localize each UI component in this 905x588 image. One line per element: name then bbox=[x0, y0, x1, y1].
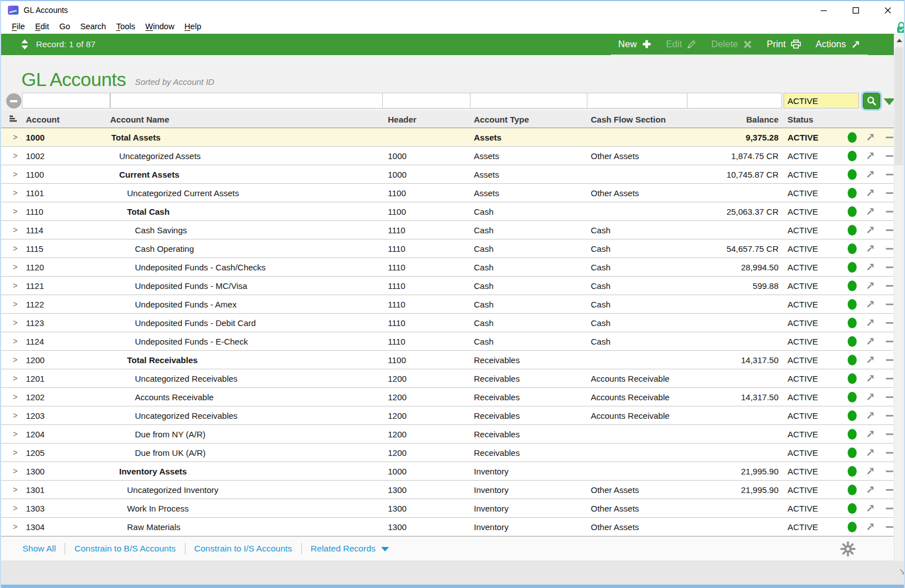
open-record-arrow-icon[interactable] bbox=[866, 467, 875, 476]
resize-grip-icon[interactable]: ↘ bbox=[899, 566, 905, 577]
menu-item-window[interactable]: Window bbox=[141, 22, 180, 31]
row-chevron-icon[interactable]: > bbox=[13, 467, 17, 476]
scroll-up-arrow-icon[interactable] bbox=[897, 39, 902, 42]
row-chevron-icon[interactable]: > bbox=[13, 281, 17, 290]
row-chevron-icon[interactable]: > bbox=[13, 411, 17, 420]
table-row[interactable]: > 1303 Work In Process 1300 Inventory Ot… bbox=[1, 499, 896, 518]
row-chevron-icon[interactable]: > bbox=[13, 263, 17, 272]
open-record-arrow-icon[interactable] bbox=[866, 448, 875, 457]
related-records-dropdown[interactable]: Related Records bbox=[311, 544, 389, 554]
menu-item-help[interactable]: Help bbox=[179, 22, 206, 31]
menu-item-file[interactable]: File bbox=[7, 22, 30, 31]
table-row[interactable]: > 1000 Total Assets Assets 9,375.28 ACTI… bbox=[1, 128, 896, 147]
menu-item-edit[interactable]: Edit bbox=[30, 22, 54, 31]
open-record-arrow-icon[interactable] bbox=[866, 300, 875, 309]
menu-item-tools[interactable]: Tools bbox=[111, 22, 141, 31]
table-row[interactable]: > 1205 Due from UK (A/R) 1200 Receivable… bbox=[1, 444, 896, 462]
column-header-account-type[interactable]: Account Type bbox=[472, 115, 589, 124]
table-row[interactable]: > 1100 Current Assets 1000 Assets 10,745… bbox=[1, 165, 896, 184]
table-row[interactable]: > 1124 Undeposited Funds - E-Check 1110 … bbox=[1, 332, 896, 351]
table-row[interactable]: > 1202 Accounts Receivable 1200 Receivab… bbox=[1, 388, 896, 406]
table-row[interactable]: > 1101 Uncategorized Current Assets 1100… bbox=[1, 184, 896, 202]
open-record-arrow-icon[interactable] bbox=[866, 244, 875, 253]
open-record-arrow-icon[interactable] bbox=[866, 504, 875, 513]
maximize-button[interactable] bbox=[840, 1, 872, 19]
open-record-arrow-icon[interactable] bbox=[866, 392, 875, 401]
column-header-cash-flow-section[interactable]: Cash Flow Section bbox=[589, 115, 673, 124]
filter-header-input[interactable] bbox=[382, 93, 470, 108]
row-chevron-icon[interactable]: > bbox=[13, 337, 17, 346]
table-row[interactable]: > 1203 Uncategorized Receivables 1200 Re… bbox=[1, 406, 896, 425]
menu-item-search[interactable]: Search bbox=[75, 22, 111, 31]
sort-icon[interactable] bbox=[9, 115, 18, 124]
vertical-scrollbar[interactable] bbox=[894, 34, 904, 561]
actions-button[interactable]: Actions bbox=[808, 34, 868, 55]
row-chevron-icon[interactable]: > bbox=[13, 522, 17, 531]
new-button[interactable]: New bbox=[611, 34, 659, 55]
open-record-arrow-icon[interactable] bbox=[866, 318, 875, 327]
row-chevron-icon[interactable]: > bbox=[13, 448, 17, 457]
table-row[interactable]: > 1123 Undeposited Funds - Debit Card 11… bbox=[1, 314, 896, 332]
table-row[interactable]: > 1121 Undeposited Funds - MC/Visa 1110 … bbox=[1, 277, 896, 295]
filter-account-input[interactable] bbox=[22, 93, 110, 108]
open-record-arrow-icon[interactable] bbox=[866, 337, 875, 346]
row-chevron-icon[interactable]: > bbox=[13, 318, 17, 327]
row-chevron-icon[interactable]: > bbox=[13, 504, 17, 513]
open-record-arrow-icon[interactable] bbox=[866, 429, 875, 438]
table-row[interactable]: > 1120 Undeposited Funds - Cash/Checks 1… bbox=[1, 258, 896, 277]
column-header-account-name[interactable]: Account Name bbox=[110, 115, 388, 124]
open-record-arrow-icon[interactable] bbox=[866, 485, 875, 494]
minimize-button[interactable] bbox=[808, 1, 840, 19]
table-row[interactable]: > 1201 Uncategorized Receivables 1200 Re… bbox=[1, 369, 896, 388]
row-chevron-icon[interactable]: > bbox=[13, 485, 17, 494]
row-chevron-icon[interactable]: > bbox=[13, 244, 17, 253]
row-chevron-icon[interactable]: > bbox=[13, 374, 17, 383]
table-row[interactable]: > 1114 Cash Savings 1110 Cash Cash ACTIV… bbox=[1, 221, 896, 239]
footer-link-constrain-to-b-s-accounts[interactable]: Constrain to B/S Accounts bbox=[74, 544, 175, 554]
open-record-arrow-icon[interactable] bbox=[866, 170, 875, 179]
filter-cash-flow-section-input[interactable] bbox=[587, 93, 687, 108]
table-row[interactable]: > 1115 Cash Operating 1110 Cash Cash 54,… bbox=[1, 239, 896, 258]
open-record-arrow-icon[interactable] bbox=[866, 188, 875, 197]
row-chevron-icon[interactable]: > bbox=[13, 300, 17, 309]
open-record-arrow-icon[interactable] bbox=[866, 207, 875, 216]
filter-account-name-input[interactable] bbox=[110, 93, 383, 108]
row-chevron-icon[interactable]: > bbox=[13, 207, 17, 216]
open-record-arrow-icon[interactable] bbox=[866, 411, 875, 420]
row-chevron-icon[interactable]: > bbox=[13, 225, 17, 234]
filter-status-input[interactable] bbox=[784, 93, 859, 108]
column-header-balance[interactable]: Balance bbox=[673, 115, 782, 124]
scrollbar-thumb[interactable] bbox=[895, 47, 903, 165]
column-header-status[interactable]: Status bbox=[782, 115, 823, 124]
search-button[interactable] bbox=[863, 93, 880, 109]
filter-account-type-input[interactable] bbox=[470, 93, 587, 108]
table-row[interactable]: > 1304 Raw Materials 1300 Inventory Othe… bbox=[1, 518, 896, 536]
record-navigator[interactable]: Record: 1 of 87 bbox=[21, 39, 96, 49]
row-chevron-icon[interactable]: > bbox=[13, 170, 17, 179]
table-row[interactable]: > 1204 Due from NY (A/R) 1200 Receivable… bbox=[1, 425, 896, 444]
remove-filter-button[interactable] bbox=[6, 93, 21, 108]
filter-dropdown-caret-icon[interactable] bbox=[884, 98, 895, 105]
table-row[interactable]: > 1200 Total Receivables 1100 Receivable… bbox=[1, 351, 896, 369]
open-record-arrow-icon[interactable] bbox=[866, 225, 875, 234]
row-chevron-icon[interactable]: > bbox=[13, 133, 17, 142]
open-record-arrow-icon[interactable] bbox=[866, 133, 875, 142]
menu-item-go[interactable]: Go bbox=[54, 22, 75, 31]
open-record-arrow-icon[interactable] bbox=[866, 151, 875, 160]
row-chevron-icon[interactable]: > bbox=[13, 355, 17, 364]
open-record-arrow-icon[interactable] bbox=[866, 281, 875, 290]
table-row[interactable]: > 1002 Uncategorized Assets 1000 Assets … bbox=[1, 147, 896, 165]
open-record-arrow-icon[interactable] bbox=[866, 374, 875, 383]
table-row[interactable]: > 1301 Uncategorized Inventory 1300 Inve… bbox=[1, 481, 896, 499]
record-up-down-icon[interactable] bbox=[21, 39, 28, 49]
print-button[interactable]: Print bbox=[759, 34, 808, 55]
row-chevron-icon[interactable]: > bbox=[13, 392, 17, 401]
table-row[interactable]: > 1300 Inventory Assets 1000 Inventory 2… bbox=[1, 462, 896, 481]
row-chevron-icon[interactable]: > bbox=[13, 151, 17, 160]
gear-icon[interactable] bbox=[840, 541, 856, 559]
footer-link-show-all[interactable]: Show All bbox=[22, 544, 56, 554]
table-row[interactable]: > 1110 Total Cash 1100 Cash 25,063.37 CR… bbox=[1, 202, 896, 221]
close-button[interactable] bbox=[872, 1, 904, 19]
open-record-arrow-icon[interactable] bbox=[866, 522, 875, 531]
table-row[interactable]: > 1122 Undeposited Funds - Amex 1110 Cas… bbox=[1, 295, 896, 314]
